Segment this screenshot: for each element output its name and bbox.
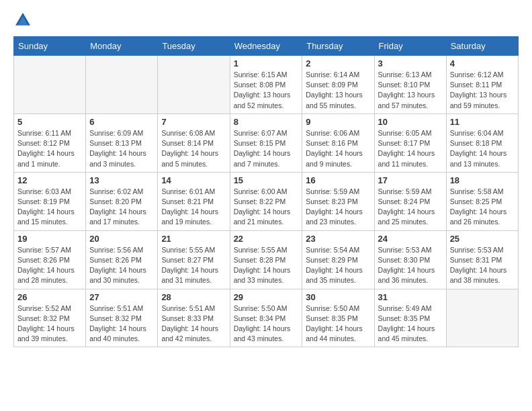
day-info: Sunrise: 5:59 AM Sunset: 8:24 PM Dayligh… (378, 187, 443, 228)
calendar-cell: 21Sunrise: 5:55 AM Sunset: 8:27 PM Dayli… (158, 230, 230, 289)
day-info: Sunrise: 5:49 AM Sunset: 8:35 PM Dayligh… (378, 304, 443, 345)
day-info: Sunrise: 5:55 AM Sunset: 8:28 PM Dayligh… (234, 245, 299, 286)
day-number: 30 (306, 292, 370, 302)
column-header-friday: Friday (374, 37, 446, 56)
day-number: 22 (234, 234, 299, 244)
calendar-header-row: SundayMondayTuesdayWednesdayThursdayFrid… (14, 37, 519, 56)
calendar-week-4: 19Sunrise: 5:57 AM Sunset: 8:26 PM Dayli… (14, 230, 519, 289)
calendar-week-2: 5Sunrise: 6:11 AM Sunset: 8:12 PM Daylig… (14, 113, 519, 172)
day-number: 3 (378, 58, 443, 68)
day-number: 14 (161, 175, 226, 185)
day-number: 25 (450, 234, 515, 244)
calendar-cell: 28Sunrise: 5:51 AM Sunset: 8:33 PM Dayli… (158, 289, 230, 347)
day-info: Sunrise: 6:15 AM Sunset: 8:08 PM Dayligh… (234, 70, 299, 111)
calendar-cell: 1Sunrise: 6:15 AM Sunset: 8:08 PM Daylig… (230, 56, 302, 114)
calendar: SundayMondayTuesdayWednesdayThursdayFrid… (13, 36, 519, 347)
column-header-sunday: Sunday (14, 37, 86, 56)
column-header-tuesday: Tuesday (158, 37, 230, 56)
calendar-cell (158, 56, 230, 114)
calendar-cell: 30Sunrise: 5:50 AM Sunset: 8:35 PM Dayli… (302, 289, 374, 347)
column-header-wednesday: Wednesday (230, 37, 302, 56)
calendar-cell (446, 289, 518, 347)
calendar-cell: 7Sunrise: 6:08 AM Sunset: 8:14 PM Daylig… (158, 113, 230, 172)
day-number: 16 (306, 175, 370, 185)
day-info: Sunrise: 6:00 AM Sunset: 8:22 PM Dayligh… (234, 187, 299, 228)
day-info: Sunrise: 5:51 AM Sunset: 8:33 PM Dayligh… (161, 304, 226, 345)
calendar-cell: 3Sunrise: 6:13 AM Sunset: 8:10 PM Daylig… (374, 56, 446, 114)
day-info: Sunrise: 5:51 AM Sunset: 8:32 PM Dayligh… (89, 304, 154, 345)
day-number: 18 (450, 175, 515, 185)
calendar-cell: 29Sunrise: 5:50 AM Sunset: 8:34 PM Dayli… (230, 289, 302, 347)
calendar-cell: 15Sunrise: 6:00 AM Sunset: 8:22 PM Dayli… (230, 172, 302, 230)
day-info: Sunrise: 5:59 AM Sunset: 8:23 PM Dayligh… (306, 187, 370, 228)
day-info: Sunrise: 6:13 AM Sunset: 8:10 PM Dayligh… (378, 70, 443, 111)
column-header-saturday: Saturday (446, 37, 518, 56)
calendar-cell: 31Sunrise: 5:49 AM Sunset: 8:35 PM Dayli… (374, 289, 446, 347)
calendar-cell (86, 56, 158, 114)
day-number: 27 (89, 292, 154, 302)
calendar-cell: 11Sunrise: 6:04 AM Sunset: 8:18 PM Dayli… (446, 113, 518, 172)
calendar-cell: 6Sunrise: 6:09 AM Sunset: 8:13 PM Daylig… (86, 113, 158, 172)
column-header-monday: Monday (86, 37, 158, 56)
day-info: Sunrise: 6:06 AM Sunset: 8:16 PM Dayligh… (306, 128, 370, 169)
calendar-cell: 2Sunrise: 6:14 AM Sunset: 8:09 PM Daylig… (302, 56, 374, 114)
day-info: Sunrise: 6:02 AM Sunset: 8:20 PM Dayligh… (89, 187, 154, 228)
day-number: 15 (234, 175, 299, 185)
day-info: Sunrise: 5:57 AM Sunset: 8:26 PM Dayligh… (17, 245, 82, 286)
day-number: 23 (306, 234, 370, 244)
day-number: 10 (378, 117, 443, 127)
calendar-cell (14, 56, 86, 114)
day-number: 29 (234, 292, 299, 302)
day-number: 26 (17, 292, 82, 302)
calendar-cell: 25Sunrise: 5:53 AM Sunset: 8:31 PM Dayli… (446, 230, 518, 289)
day-number: 5 (17, 117, 82, 127)
calendar-cell: 12Sunrise: 6:03 AM Sunset: 8:19 PM Dayli… (14, 172, 86, 230)
day-info: Sunrise: 6:07 AM Sunset: 8:15 PM Dayligh… (234, 128, 299, 169)
calendar-cell: 20Sunrise: 5:56 AM Sunset: 8:26 PM Dayli… (86, 230, 158, 289)
day-number: 20 (89, 234, 154, 244)
calendar-week-1: 1Sunrise: 6:15 AM Sunset: 8:08 PM Daylig… (14, 56, 519, 114)
calendar-cell: 9Sunrise: 6:06 AM Sunset: 8:16 PM Daylig… (302, 113, 374, 172)
day-number: 24 (378, 234, 443, 244)
day-info: Sunrise: 6:08 AM Sunset: 8:14 PM Dayligh… (161, 128, 226, 169)
day-info: Sunrise: 5:54 AM Sunset: 8:29 PM Dayligh… (306, 245, 370, 286)
day-number: 9 (306, 117, 370, 127)
calendar-week-5: 26Sunrise: 5:52 AM Sunset: 8:32 PM Dayli… (14, 289, 519, 347)
day-number: 17 (378, 175, 443, 185)
day-info: Sunrise: 6:14 AM Sunset: 8:09 PM Dayligh… (306, 70, 370, 111)
day-number: 7 (161, 117, 226, 127)
calendar-cell: 26Sunrise: 5:52 AM Sunset: 8:32 PM Dayli… (14, 289, 86, 347)
calendar-cell: 22Sunrise: 5:55 AM Sunset: 8:28 PM Dayli… (230, 230, 302, 289)
calendar-cell: 5Sunrise: 6:11 AM Sunset: 8:12 PM Daylig… (14, 113, 86, 172)
calendar-cell: 8Sunrise: 6:07 AM Sunset: 8:15 PM Daylig… (230, 113, 302, 172)
day-info: Sunrise: 6:11 AM Sunset: 8:12 PM Dayligh… (17, 128, 82, 169)
day-info: Sunrise: 6:05 AM Sunset: 8:17 PM Dayligh… (378, 128, 443, 169)
day-number: 28 (161, 292, 226, 302)
day-info: Sunrise: 6:03 AM Sunset: 8:19 PM Dayligh… (17, 187, 82, 228)
calendar-cell: 10Sunrise: 6:05 AM Sunset: 8:17 PM Dayli… (374, 113, 446, 172)
day-number: 21 (161, 234, 226, 244)
day-info: Sunrise: 6:09 AM Sunset: 8:13 PM Dayligh… (89, 128, 154, 169)
calendar-week-3: 12Sunrise: 6:03 AM Sunset: 8:19 PM Dayli… (14, 172, 519, 230)
day-number: 19 (17, 234, 82, 244)
calendar-cell: 4Sunrise: 6:12 AM Sunset: 8:11 PM Daylig… (446, 56, 518, 114)
day-info: Sunrise: 5:56 AM Sunset: 8:26 PM Dayligh… (89, 245, 154, 286)
calendar-cell: 17Sunrise: 5:59 AM Sunset: 8:24 PM Dayli… (374, 172, 446, 230)
day-info: Sunrise: 5:58 AM Sunset: 8:25 PM Dayligh… (450, 187, 515, 228)
calendar-cell: 18Sunrise: 5:58 AM Sunset: 8:25 PM Dayli… (446, 172, 518, 230)
day-number: 2 (306, 58, 370, 68)
day-info: Sunrise: 6:01 AM Sunset: 8:21 PM Dayligh… (161, 187, 226, 228)
page-header (13, 11, 519, 30)
logo-icon (13, 11, 32, 30)
day-info: Sunrise: 6:12 AM Sunset: 8:11 PM Dayligh… (450, 70, 515, 111)
day-number: 6 (89, 117, 154, 127)
day-info: Sunrise: 5:50 AM Sunset: 8:34 PM Dayligh… (234, 304, 299, 345)
day-number: 13 (89, 175, 154, 185)
calendar-cell: 19Sunrise: 5:57 AM Sunset: 8:26 PM Dayli… (14, 230, 86, 289)
day-info: Sunrise: 5:52 AM Sunset: 8:32 PM Dayligh… (17, 304, 82, 345)
day-info: Sunrise: 6:04 AM Sunset: 8:18 PM Dayligh… (450, 128, 515, 169)
day-info: Sunrise: 5:53 AM Sunset: 8:31 PM Dayligh… (450, 245, 515, 286)
day-number: 8 (234, 117, 299, 127)
day-number: 31 (378, 292, 443, 302)
calendar-cell: 24Sunrise: 5:53 AM Sunset: 8:30 PM Dayli… (374, 230, 446, 289)
